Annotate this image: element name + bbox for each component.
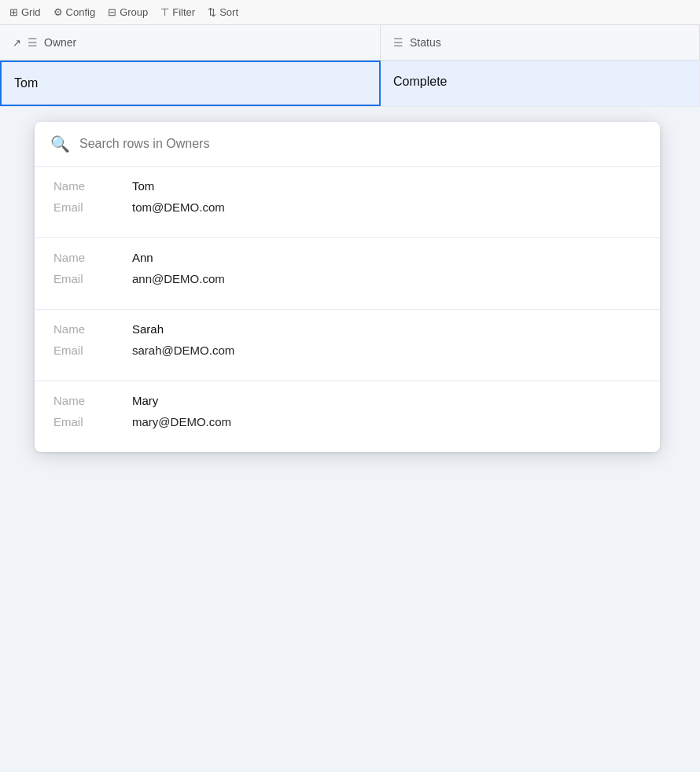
person-entry-sarah[interactable]: Name Sarah Email sarah@DEMO.com bbox=[35, 310, 660, 381]
person-name-row-ann: Name Ann bbox=[53, 251, 641, 272]
config-icon: ⚙ bbox=[53, 6, 63, 18]
lines-icon-status: ☰ bbox=[393, 36, 403, 49]
name-label-tom: Name bbox=[53, 179, 132, 193]
person-email-row-tom: Email tom@DEMO.com bbox=[53, 200, 641, 222]
person-name-row-mary: Name Mary bbox=[53, 394, 641, 415]
toolbar: ⊞ Grid ⚙ Config ⊟ Group ⊤ Filter ⇅ Sort bbox=[0, 0, 700, 25]
person-email-row-sarah: Email sarah@DEMO.com bbox=[53, 344, 641, 365]
email-label-tom: Email bbox=[53, 200, 132, 214]
search-icon: 🔍 bbox=[50, 134, 70, 153]
person-email-value-sarah: sarah@DEMO.com bbox=[132, 344, 234, 357]
toolbar-filter[interactable]: ⊤ Filter bbox=[160, 6, 195, 18]
header-status[interactable]: ☰ Status bbox=[381, 25, 700, 60]
toolbar-config[interactable]: ⚙ Config bbox=[53, 6, 96, 18]
search-bar: 🔍 bbox=[35, 122, 660, 167]
email-label-sarah: Email bbox=[53, 344, 132, 357]
group-icon: ⊟ bbox=[108, 6, 116, 18]
person-name-row-sarah: Name Sarah bbox=[53, 322, 641, 344]
filter-icon: ⊤ bbox=[160, 6, 169, 18]
toolbar-filter-label: Filter bbox=[172, 6, 195, 18]
sort-icon: ⇅ bbox=[208, 6, 216, 18]
owner-dropdown: 🔍 Name Tom Email tom@DEMO.com Name Ann E… bbox=[35, 122, 660, 452]
search-input[interactable] bbox=[79, 137, 644, 151]
header-owner-label: Owner bbox=[44, 36, 76, 49]
cell-owner[interactable]: Tom bbox=[0, 61, 381, 106]
person-name-row-tom: Name Tom bbox=[53, 179, 641, 200]
grid-icon: ⊞ bbox=[9, 6, 18, 18]
person-email-row-ann: Email ann@DEMO.com bbox=[53, 272, 641, 293]
email-label-ann: Email bbox=[53, 272, 132, 285]
selected-row: Tom Complete bbox=[0, 61, 700, 107]
toolbar-group[interactable]: ⊟ Group bbox=[108, 6, 148, 18]
header-owner[interactable]: ↗ ☰ Owner bbox=[0, 25, 381, 60]
person-entry-ann[interactable]: Name Ann Email ann@DEMO.com bbox=[35, 238, 660, 310]
toolbar-config-label: Config bbox=[66, 6, 96, 18]
person-email-value-ann: ann@DEMO.com bbox=[132, 272, 225, 285]
toolbar-sort-label: Sort bbox=[219, 6, 238, 18]
person-name-value-ann: Ann bbox=[132, 251, 153, 264]
person-entry-mary[interactable]: Name Mary Email mary@DEMO.com bbox=[35, 381, 660, 452]
name-label-sarah: Name bbox=[53, 322, 132, 336]
person-name-value-tom: Tom bbox=[132, 179, 154, 193]
name-label-ann: Name bbox=[53, 251, 132, 264]
header-status-label: Status bbox=[410, 36, 441, 49]
cell-status: Complete bbox=[381, 61, 700, 106]
person-email-row-mary: Email mary@DEMO.com bbox=[53, 415, 641, 436]
email-label-mary: Email bbox=[53, 415, 132, 428]
toolbar-grid-label: Grid bbox=[21, 6, 41, 18]
toolbar-group-label: Group bbox=[120, 6, 148, 18]
person-entry-tom[interactable]: Name Tom Email tom@DEMO.com bbox=[35, 167, 660, 238]
grid-header: ↗ ☰ Owner ☰ Status bbox=[0, 25, 700, 61]
toolbar-sort[interactable]: ⇅ Sort bbox=[208, 6, 238, 18]
person-email-value-tom: tom@DEMO.com bbox=[132, 200, 225, 214]
lines-icon-owner: ☰ bbox=[28, 36, 38, 49]
person-email-value-mary: mary@DEMO.com bbox=[132, 415, 231, 428]
sort-asc-icon: ↗ bbox=[13, 37, 21, 49]
person-name-value-mary: Mary bbox=[132, 394, 158, 407]
person-name-value-sarah: Sarah bbox=[132, 322, 164, 336]
name-label-mary: Name bbox=[53, 394, 132, 407]
toolbar-grid[interactable]: ⊞ Grid bbox=[9, 6, 41, 18]
